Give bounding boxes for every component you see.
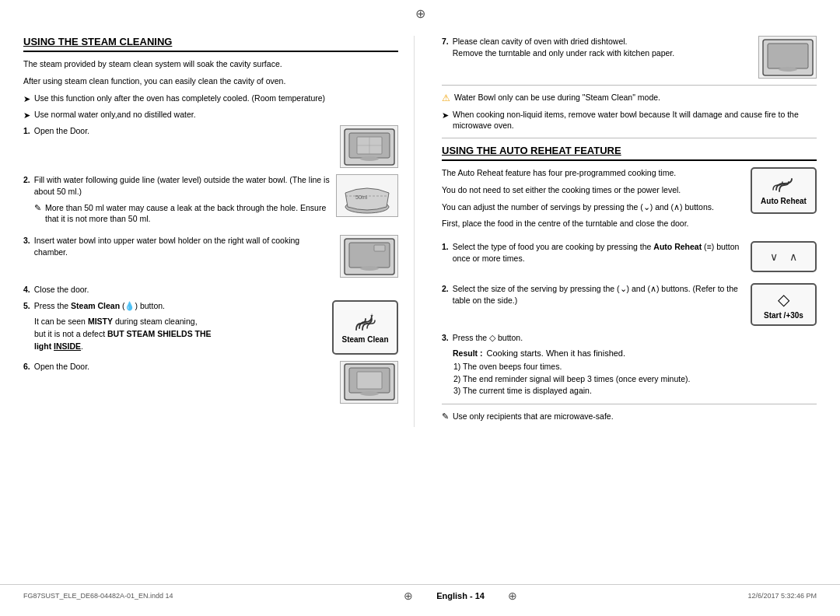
right-step-2: 2. Select the size of the serving by pre… [442,283,743,306]
arrow-buttons: ∨ ∧ [751,241,817,272]
left-intro-2: After using steam clean function, you ca… [23,75,398,88]
oven-svg-7 [761,38,814,77]
step-6-row: 6. Open the Door. [23,361,398,404]
bottom-center-group: ⊕ English - 14 ⊕ [404,590,517,602]
note-cooled-text: Use this function only after the oven ha… [34,93,325,104]
step-5-num: 5. [23,300,30,312]
warning-1: ⚠ Water Bowl only can be use during "Ste… [442,92,817,105]
svg-point-2 [360,156,379,161]
auto-reheat-intro-1: The Auto Reheat feature has four pre-pro… [442,167,743,180]
auto-reheat-intro-text: The Auto Reheat feature has four pre-pro… [442,167,743,235]
step-3-row: 3. Insert water bowl into upper water bo… [23,235,398,278]
bottom-compass-left-icon: ⊕ [404,590,413,602]
svg-rect-19 [768,44,808,68]
left-section-title: USING THE STEAM CLEANING [23,36,398,52]
divider-1 [442,85,817,86]
step-6-num: 6. [23,361,30,373]
svg-rect-17 [357,372,382,389]
oven-svg-1 [343,128,396,166]
right-step-2-num: 2. [442,283,449,295]
divider-3 [442,404,817,404]
oven-image-1 [340,125,398,168]
right-warnings: ⚠ Water Bowl only can be use during "Ste… [442,92,817,131]
svg-rect-11 [374,245,385,251]
note-water: ➤ Use normal water only,and no distilled… [23,109,398,121]
step-2-num: 2. [23,174,30,186]
start-icon: ◇ [778,290,789,309]
down-arrow-icon: ∨ [770,250,778,263]
final-note-text: Use only recipients that are microwave-s… [453,411,614,422]
step-3-text: Insert water bowl into upper water bowl … [34,235,334,257]
right-step-1-text: Select the type of food you are cooking … [453,241,743,264]
right-section-title: USING THE AUTO REHEAT FEATURE [442,145,817,161]
arrow-icon-2: ➤ [23,110,30,121]
result-3: 3) The current time is displayed again. [453,385,817,397]
result-2: 2) The end reminder signal will beep 3 t… [453,373,817,386]
right-arrows-col: ∨ ∧ [751,241,817,277]
warning-icon-1: ⚠ [442,92,450,105]
divider-2 [442,138,817,138]
step-7-row: 7. Please clean cavity of oven with drie… [442,36,817,79]
left-intro-1: The steam provided by steam clean system… [23,58,398,71]
warning-1-text: Water Bowl only can be use during "Steam… [454,92,660,103]
svg-text:50ml: 50ml [355,194,368,200]
result-label: Result : [453,348,483,358]
step-5-text: Press the Steam Clean (💧) button. [34,300,165,312]
right-column: 7. Please clean cavity of oven with drie… [438,36,817,427]
steam-clean-label: Steam Clean [341,335,388,344]
svg-text:+: + [370,313,373,318]
step-1-row: 1. Open the Door. [23,125,398,168]
steam-clean-icon: + [352,311,380,333]
oven-svg-3 [343,237,396,276]
oven-image-3 [340,235,398,278]
start-button: ◇ Start /+30s [751,283,817,326]
bottom-page-label: English - 14 [436,591,485,600]
step-5-note2: but it is not a defect BUT STEAM SHIELDS… [34,329,212,338]
step-6-text: Open the Door. [34,361,89,373]
step-2-text: Fill with water following guide line (wa… [34,174,330,197]
pencil-icon-1: ✎ [34,202,41,214]
up-arrow-icon: ∧ [789,250,797,263]
warning-2-text: When cooking non-liquid items, remove wa… [453,109,817,131]
result-1: 1) The oven beeps four times. [453,361,817,373]
bottom-timestamp: 12/6/2017 5:32:46 PM [747,592,817,600]
auto-reheat-intro-row: The Auto Reheat feature has four pre-pro… [442,167,817,235]
step-2-note-text: More than 50 ml water may cause a leak a… [45,202,330,225]
warning-2: ➤ When cooking non-liquid items, remove … [442,109,817,131]
step-3: 3. Insert water bowl into upper water bo… [23,235,334,257]
left-column: USING THE STEAM CLEANING The steam provi… [23,36,415,427]
step-5-row: 5. Press the Steam Clean (💧) button. It … [23,300,398,355]
bottom-bar: FG87SUST_ELE_DE68-04482A-01_EN.indd 14 ⊕… [0,584,840,602]
step-7-text2: Remove the turntable and only under rack… [453,48,674,58]
bottom-compass-right-icon: ⊕ [508,590,517,602]
auto-reheat-intro-4: First, place the food in the centre of t… [442,218,743,230]
right-step-2-text: Select the size of the serving by pressi… [453,283,743,306]
auto-reheat-button: Auto Reheat [751,167,817,214]
step-6: 6. Open the Door. [23,361,334,373]
right-step1-row: 1. Select the type of food you are cooki… [442,241,817,277]
pencil-icon-2: ✎ [442,411,449,422]
water-bowl-image: 50ml [336,174,398,217]
right-step2-text: 2. Select the size of the serving by pre… [442,283,743,310]
step-2-note: ✎ More than 50 ml water may cause a leak… [34,202,330,225]
svg-point-12 [360,266,379,271]
top-compass-icon: ⊕ [415,6,425,21]
result-row: Result : Cooking starts. When it has fin… [453,348,817,358]
auto-reheat-intro-3: You can adjust the number of servings by… [442,201,743,214]
step-7-num: 7. [442,36,449,47]
step-3-num: 3. [23,235,30,247]
step-4-text: Close the door. [34,284,89,296]
right-step-3-num: 3. [442,332,449,344]
oven-svg-6 [343,362,396,401]
step-5-notes: It can be seen MISTY during steam cleani… [34,316,324,352]
start-btn-col: ◇ Start /+30s [751,283,817,326]
step-7-text: Please clean cavity of oven with dried d… [453,37,628,46]
water-bowl-svg: 50ml [340,177,394,215]
auto-reheat-intro-2: You do not need to set either the cookin… [442,184,743,197]
step-1: 1. Open the Door. [23,125,334,137]
step-4: 4. Close the door. [23,284,398,296]
step-1-num: 1. [23,125,30,137]
start-label: Start /+30s [764,311,803,320]
bottom-file-info: FG87SUST_ELE_DE68-04482A-01_EN.indd 14 [23,592,173,600]
svg-point-20 [779,67,797,72]
